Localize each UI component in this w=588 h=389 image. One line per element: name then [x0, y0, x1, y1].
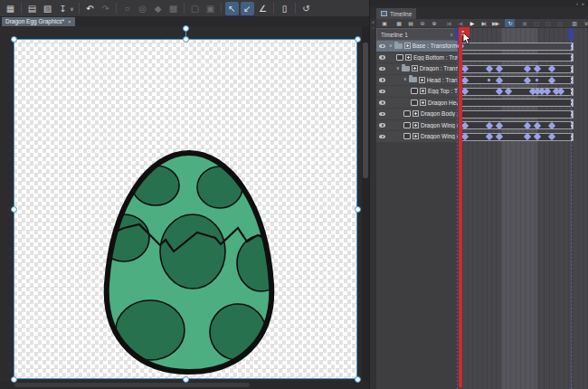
handle-top-center[interactable] [183, 36, 189, 43]
point-edit-tool-icon[interactable]: ↙ [241, 2, 254, 15]
visibility-eye-icon[interactable] [379, 123, 385, 128]
handle-mid-left[interactable] [11, 206, 17, 213]
folder-expand-icon[interactable]: ∨ [389, 43, 393, 48]
camera-render-icon[interactable]: ▥ [569, 19, 579, 27]
visibility-eye-icon[interactable] [379, 100, 385, 105]
play-icon[interactable]: ▶ [467, 19, 477, 27]
expand-selection-icon[interactable]: ▩ [166, 2, 180, 15]
folder-expand-icon[interactable]: ∨ [396, 66, 400, 71]
loop-playback-icon[interactable]: ↻ [505, 19, 515, 27]
handle-mid-right[interactable] [355, 206, 361, 213]
onion-color-icon[interactable]: ▢ [555, 19, 564, 27]
layer-row-dragon-wing-left[interactable]: Dragon Wing Left : Transform [376, 120, 458, 132]
canvas-document[interactable] [14, 39, 357, 379]
layer-row-dragon-wing-right[interactable]: Dragon Wing Right : Transform [376, 131, 458, 143]
dragon-egg-artwork[interactable] [103, 150, 275, 375]
visibility-eye-icon[interactable] [379, 67, 385, 71]
go-end-icon[interactable]: ▶▶ [490, 19, 500, 27]
layer-row-dragon-head[interactable]: Dragon Head : Transform [376, 98, 458, 109]
export-dropdown-caret[interactable]: ∨ [69, 2, 75, 15]
folder-expand-icon[interactable]: ∨ [403, 77, 407, 81]
visibility-eye-icon[interactable] [379, 44, 385, 49]
layer-row-egg-top[interactable]: Egg Top : Transform [376, 86, 458, 98]
track-lane[interactable] [458, 63, 588, 75]
track-lane[interactable] [458, 52, 588, 64]
scrollbar-thumb[interactable] [363, 43, 368, 178]
spec-frame-icon[interactable]: ▦ [394, 19, 403, 27]
expand-properties-icon[interactable] [412, 65, 418, 71]
open-file-icon[interactable]: ▧ [41, 2, 54, 15]
panel-strip-icon[interactable]: « [370, 19, 376, 25]
reselect-icon[interactable]: ◎ [136, 2, 149, 15]
visibility-eye-icon[interactable] [379, 55, 385, 60]
spec-frame2-icon[interactable]: ▤ [405, 19, 415, 27]
rotation-handle[interactable] [183, 25, 189, 32]
expand-properties-icon[interactable] [419, 77, 425, 83]
expand-properties-icon[interactable] [413, 133, 419, 139]
layer-row-head[interactable]: ∨Head : Transform [376, 75, 458, 87]
track-lane[interactable] [458, 86, 588, 98]
document-tab-close-icon[interactable]: × [68, 17, 71, 26]
selection-mode-icon[interactable]: ▣ [204, 2, 217, 15]
visibility-eye-icon[interactable] [379, 90, 385, 94]
canvas-vertical-scrollbar[interactable] [362, 26, 369, 381]
playback-end-marker[interactable] [568, 28, 574, 41]
clip-bar[interactable] [459, 65, 574, 73]
workspace-icon[interactable]: ▦ [4, 2, 17, 15]
clip-bar[interactable] [459, 133, 574, 141]
clip-bar[interactable] [459, 53, 574, 62]
onion-skin-icon[interactable]: ▣ [519, 19, 529, 27]
refresh-icon[interactable]: ↺ [299, 2, 313, 15]
panel-collapse-chevrons-icon[interactable]: › » [576, 0, 585, 7]
handle-top-right[interactable] [355, 36, 361, 43]
clip-bar[interactable] [459, 99, 574, 107]
document-tab[interactable]: Dragon Egg Graphics* × [2, 17, 75, 26]
canvas-area[interactable] [0, 26, 362, 381]
prev-frame-icon[interactable]: ◀ [455, 19, 465, 27]
track-lane[interactable] [458, 41, 588, 52]
zoom-in-icon[interactable]: ⊕ [429, 19, 439, 27]
undo-icon[interactable]: ↶ [83, 2, 97, 15]
layer-row-dragon[interactable]: ∨Dragon : Transform [376, 63, 458, 75]
track-lane[interactable] [458, 75, 588, 87]
expand-properties-icon[interactable] [420, 88, 426, 94]
expand-properties-icon[interactable] [405, 54, 412, 61]
handle-bottom-left[interactable] [11, 376, 17, 383]
new-file-icon[interactable]: ▤ [25, 2, 39, 15]
layer-row-dragon-body[interactable]: Dragon Body : Transform [376, 109, 458, 120]
expand-properties-icon[interactable] [420, 100, 426, 106]
clip-bar[interactable] [459, 110, 574, 119]
expand-properties-icon[interactable] [413, 122, 419, 128]
next-frame-icon[interactable]: ▶| [479, 19, 488, 27]
playhead-line[interactable] [459, 27, 462, 387]
deselect-icon[interactable]: ○ [120, 2, 134, 15]
visibility-eye-icon[interactable] [379, 112, 385, 117]
clip-bar[interactable] [459, 43, 574, 51]
handle-bottom-center[interactable] [183, 376, 189, 383]
timeline-selector-dropdown[interactable]: Timeline 1 ∨ [376, 28, 458, 41]
zoom-out-icon[interactable]: ⊖ [417, 19, 427, 27]
visibility-eye-icon[interactable] [379, 135, 385, 139]
layer-row-base[interactable]: ∨Base : Transform [376, 41, 458, 52]
track-menu-caret[interactable]: ∨ [581, 19, 588, 27]
invert-selection-icon[interactable]: ◆ [151, 2, 165, 15]
clip-bar[interactable] [459, 76, 574, 84]
track-lane[interactable] [458, 109, 588, 120]
fit-timeline-icon[interactable]: ▣ [379, 19, 389, 27]
scrollbar-thumb[interactable] [14, 383, 250, 387]
material-panel-icon[interactable]: ▯ [278, 2, 291, 15]
onion-prev-icon[interactable]: ▢ [531, 19, 541, 27]
selection-launcher-icon[interactable]: ▢ [188, 2, 202, 15]
track-lane[interactable] [458, 131, 588, 143]
playhead-frame-indicator[interactable]: 1 [460, 27, 469, 40]
export-icon[interactable]: ↧ [56, 2, 70, 15]
timeline-panel-tab[interactable]: Timeline [376, 8, 416, 19]
expand-properties-icon[interactable] [404, 43, 411, 49]
handle-bottom-right[interactable] [355, 376, 361, 383]
handle-top-left[interactable] [11, 36, 17, 43]
onion-next-icon[interactable]: ▢ [543, 19, 553, 27]
object-tool-icon[interactable]: ↖ [225, 2, 239, 15]
panel-strip-icon[interactable]: ▫ [370, 25, 376, 32]
keyframe-area[interactable] [458, 28, 588, 389]
visibility-eye-icon[interactable] [379, 78, 385, 82]
